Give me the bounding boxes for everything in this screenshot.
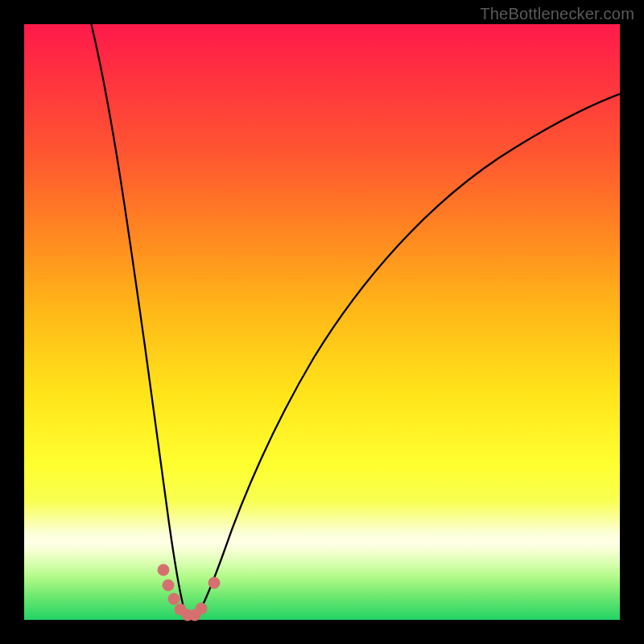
curve-layer xyxy=(24,24,620,620)
valley-marker xyxy=(196,603,207,614)
plot-area xyxy=(24,24,620,620)
valley-marker xyxy=(158,564,169,576)
watermark-text: TheBottlenecker.com xyxy=(480,5,634,23)
valley-marker xyxy=(163,580,174,591)
valley-marker xyxy=(208,577,220,588)
curve-left-branch xyxy=(90,19,188,616)
valley-marker xyxy=(168,593,180,605)
chart-stage: TheBottlenecker.com xyxy=(0,0,644,644)
curve-right-branch xyxy=(197,93,621,615)
valley-markers xyxy=(158,564,220,621)
